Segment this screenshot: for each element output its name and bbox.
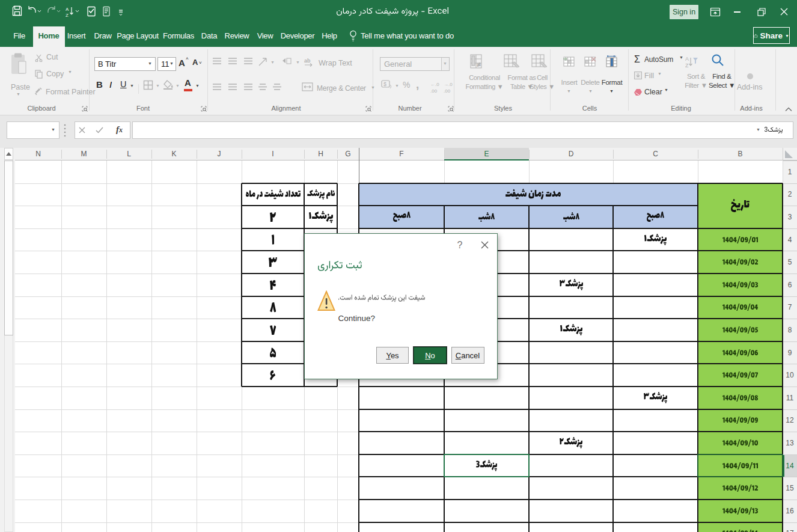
- svg-text:Z: Z: [685, 63, 689, 69]
- svg-text:$: $: [383, 81, 386, 87]
- svg-text:ab: ab: [304, 58, 311, 64]
- svg-text:A: A: [685, 56, 689, 62]
- svg-text:A: A: [66, 7, 69, 12]
- svg-text:Z: Z: [66, 13, 69, 18]
- svg-text:≠: ≠: [477, 61, 481, 68]
